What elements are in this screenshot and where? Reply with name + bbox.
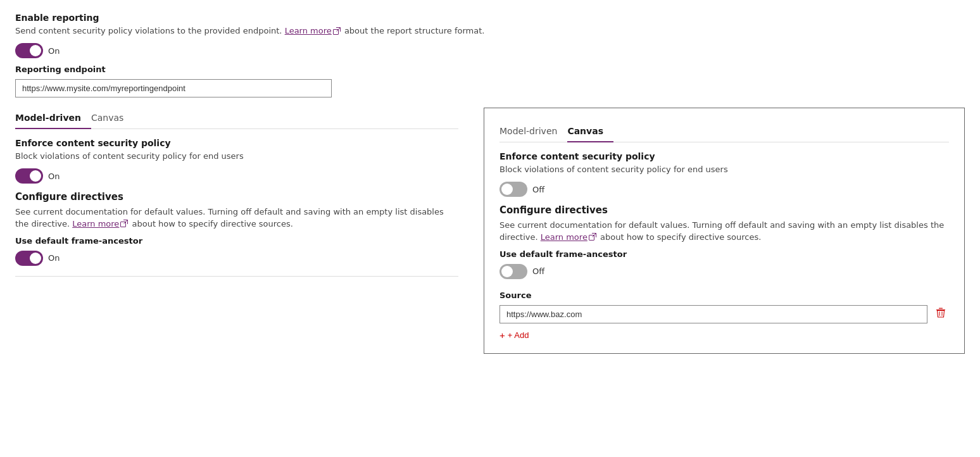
svg-rect-4 — [939, 308, 943, 308]
right-frame-ancestor-toggle-wrapper: Off — [499, 264, 949, 279]
left-external-icon — [120, 220, 128, 227]
right-frame-ancestor-label: Use default frame-ancestor — [499, 249, 949, 259]
source-input[interactable] — [499, 305, 927, 323]
right-tab-canvas[interactable]: Canvas — [567, 121, 613, 142]
source-input-row — [499, 305, 949, 323]
reporting-endpoint-section: Reporting endpoint — [15, 65, 965, 108]
right-configure-title: Configure directives — [499, 204, 949, 216]
enable-reporting-desc-start: Send content security policy violations … — [15, 26, 285, 35]
right-frame-ancestor-toggle-label: Off — [532, 266, 544, 276]
left-configure-title: Configure directives — [15, 191, 458, 203]
add-icon: + — [499, 330, 505, 341]
external-link-icon — [333, 27, 341, 35]
left-enforce-desc: Block violations of content security pol… — [15, 151, 458, 162]
reporting-endpoint-label: Reporting endpoint — [15, 65, 965, 74]
left-enforce-toggle-label: On — [48, 172, 60, 181]
reporting-endpoint-input[interactable] — [15, 79, 332, 97]
right-panel: Model-driven Canvas Enforce content secu… — [484, 108, 965, 354]
right-frame-ancestor-toggle[interactable] — [499, 264, 527, 279]
right-configure-desc: See current documentation for default va… — [499, 220, 949, 242]
left-frame-ancestor-toggle-wrapper: On — [15, 251, 458, 266]
enable-reporting-toggle-label: On — [48, 46, 60, 56]
right-enforce-toggle[interactable] — [499, 182, 527, 197]
left-tab-model-driven[interactable]: Model-driven — [15, 108, 91, 129]
enable-reporting-desc-end: about the report structure format. — [342, 26, 485, 35]
right-configure-desc-end: about how to specify directive sources. — [598, 232, 762, 242]
left-configure-section: Configure directives See current documen… — [15, 191, 458, 229]
enable-reporting-desc: Send content security policy violations … — [15, 25, 965, 37]
right-enforce-title: Enforce content security policy — [499, 151, 949, 161]
left-enforce-toggle[interactable] — [15, 168, 43, 184]
left-configure-learn-more[interactable]: Learn more — [72, 219, 119, 228]
left-tab-canvas[interactable]: Canvas — [91, 108, 134, 129]
left-frame-ancestor-toggle[interactable] — [15, 251, 43, 266]
enable-reporting-section: Enable reporting Send content security p… — [15, 13, 965, 58]
enable-reporting-toggle-wrapper: On — [15, 43, 965, 58]
right-enforce-desc: Block violations of content security pol… — [499, 164, 949, 175]
trash-icon — [935, 307, 946, 318]
add-source-button[interactable]: + + Add — [499, 330, 529, 341]
left-panel: Model-driven Canvas Enforce content secu… — [15, 108, 484, 287]
right-tabs: Model-driven Canvas — [499, 121, 949, 142]
right-enforce-section: Enforce content security policy Block vi… — [499, 151, 949, 197]
enable-reporting-title: Enable reporting — [15, 13, 965, 23]
enable-reporting-toggle[interactable] — [15, 43, 43, 58]
left-configure-desc: See current documentation for default va… — [15, 206, 458, 229]
left-frame-ancestor-label: Use default frame-ancestor — [15, 236, 458, 246]
left-enforce-title: Enforce content security policy — [15, 138, 458, 148]
right-source-section: Source + + Add — [499, 291, 949, 341]
left-enforce-toggle-wrapper: On — [15, 168, 458, 184]
left-configure-desc-end: about how to specify directive sources. — [129, 219, 293, 228]
left-tabs: Model-driven Canvas — [15, 108, 458, 129]
right-enforce-toggle-wrapper: Off — [499, 182, 949, 197]
right-configure-section: Configure directives See current documen… — [499, 204, 949, 242]
source-delete-button[interactable] — [933, 306, 949, 323]
right-enforce-toggle-label: Off — [532, 185, 544, 194]
add-label: + Add — [508, 330, 529, 340]
right-source-label: Source — [499, 291, 949, 300]
main-layout: Model-driven Canvas Enforce content secu… — [15, 108, 965, 354]
right-external-icon — [589, 233, 596, 241]
left-frame-ancestor-section: Use default frame-ancestor On — [15, 236, 458, 266]
right-configure-learn-more[interactable]: Learn more — [541, 232, 587, 242]
left-divider — [15, 276, 458, 277]
right-frame-ancestor-section: Use default frame-ancestor Off — [499, 249, 949, 279]
right-tab-model-driven[interactable]: Model-driven — [499, 121, 567, 142]
left-frame-ancestor-toggle-label: On — [48, 253, 60, 263]
left-enforce-section: Enforce content security policy Block vi… — [15, 138, 458, 184]
enable-reporting-learn-more[interactable]: Learn more — [285, 26, 332, 35]
